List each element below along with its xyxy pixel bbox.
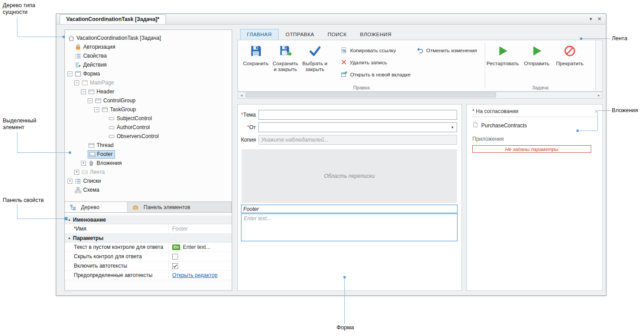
- send-button[interactable]: Отправить: [521, 42, 553, 89]
- attachment-group-title: * На согласовании: [472, 108, 518, 114]
- footer-control-selected[interactable]: Footer Enter text...: [241, 205, 458, 241]
- window-menu-icon[interactable]: ▾: [589, 17, 592, 21]
- property-group-params[interactable]: ▴ Параметры: [65, 234, 232, 243]
- group-icon: [94, 97, 102, 104]
- chevron-right-icon[interactable]: ›: [595, 108, 597, 113]
- ribbon-body: Сохранить Сохранить и закрыть Выбрать и …: [237, 40, 603, 92]
- delete-record-button[interactable]: Удалить запись: [339, 58, 389, 67]
- close-icon[interactable]: ✕: [597, 17, 602, 21]
- divider: [472, 117, 597, 117]
- property-group-naming[interactable]: ▴ Именование: [65, 215, 232, 224]
- ribbon: ГЛАВНАЯ ОТПРАВКА ПОИСК ВЛОЖЕНИЯ Сохранит…: [237, 28, 603, 99]
- tree-item-form[interactable]: − Форма: [65, 69, 232, 78]
- from-combobox[interactable]: ▾: [258, 122, 457, 132]
- open-new-tab-button[interactable]: Открыть в новой вкладке: [339, 70, 412, 80]
- collapse-icon[interactable]: −: [68, 71, 72, 76]
- save-icon: [249, 44, 263, 59]
- restart-button[interactable]: Рестартовать: [487, 42, 519, 89]
- footer-icon: [89, 151, 96, 158]
- ribbon-tab-search[interactable]: ПОИСК: [322, 29, 353, 40]
- tree-item-properties[interactable]: Свойства: [65, 51, 232, 60]
- checkbox-unchecked[interactable]: [172, 254, 178, 260]
- tree-item-actions[interactable]: Действия: [65, 60, 232, 69]
- annotation-attachments: Вложения: [612, 107, 638, 114]
- tree-item-taskgroup[interactable]: − TaskGroup: [65, 105, 232, 114]
- checkmark-icon: [308, 44, 322, 59]
- tree-item-ribbon[interactable]: + Лента: [65, 168, 232, 176]
- tree-item-attachments[interactable]: + Вложения: [65, 159, 232, 168]
- ribbon-tab-attachments[interactable]: ВЛОЖЕНИЯ: [354, 29, 398, 40]
- tree-item-observerscontrol[interactable]: ObserversControl: [65, 132, 232, 141]
- form-designer: *Тема *От ▾ Копия Область переписки Foot…: [237, 104, 462, 291]
- tree-item-authorization[interactable]: Авторизация: [65, 42, 232, 51]
- expand-icon[interactable]: +: [81, 161, 86, 166]
- ribbon-scrollbar[interactable]: ◄ ►: [237, 92, 603, 99]
- collapse-icon[interactable]: −: [74, 80, 79, 85]
- entity-tree: VacationCoordinationTask [Задача] Автори…: [65, 30, 232, 202]
- group-collapse-icon: ▴: [68, 236, 70, 240]
- annotation-entity-tree: Дерево типа сущности: [3, 2, 35, 16]
- tree-item-footer-selected[interactable]: Footer: [65, 150, 232, 159]
- scroll-right-icon[interactable]: ►: [595, 92, 602, 98]
- save-close-icon: [279, 44, 292, 59]
- annotation-properties-panel: Панель свойств: [3, 197, 44, 204]
- app-window: VacationCoordinationTask [Задача]* ▾ ✕ V…: [56, 13, 606, 296]
- tree-item-scheme[interactable]: Схема: [65, 185, 232, 194]
- annotation-selected-element: Выделенный элемент: [3, 118, 36, 131]
- open-editor-link[interactable]: Открыть редактор: [172, 272, 217, 278]
- ribbon-group-task-label: Задача: [485, 85, 596, 90]
- attachment-item[interactable]: PurchaseContracts: [472, 122, 597, 129]
- save-button[interactable]: Сохранить: [242, 42, 270, 89]
- tree-item-lists[interactable]: + Списки: [65, 176, 232, 185]
- save-and-close-button[interactable]: Сохранить и закрыть: [271, 42, 300, 89]
- play-icon: [496, 44, 509, 59]
- empty-params-warning[interactable]: Не заданы параметры: [472, 145, 591, 153]
- collapse-icon[interactable]: −: [88, 98, 93, 103]
- checkbox-checked[interactable]: [172, 263, 178, 269]
- ribbon-tab-main[interactable]: ГЛАВНАЯ: [240, 29, 279, 40]
- property-row-empty-text[interactable]: Текст в пустом контроле для ответа En En…: [65, 243, 232, 252]
- tree-item-controlgroup[interactable]: − ControlGroup: [65, 96, 232, 105]
- tree-item-header[interactable]: − Header: [65, 87, 232, 96]
- tree-item-subjectcontrol[interactable]: SubjectControl: [65, 114, 232, 123]
- copy-link-button[interactable]: Копировать ссылку: [339, 46, 398, 55]
- language-en-badge[interactable]: En: [172, 244, 180, 250]
- undo-changes-button[interactable]: Отменить изменения: [415, 46, 479, 55]
- annotation-form: Форма: [331, 324, 360, 331]
- tree-tab-icon: [69, 204, 76, 211]
- chevron-down-icon[interactable]: ▾: [449, 123, 456, 131]
- tree-item-root[interactable]: VacationCoordinationTask [Задача]: [65, 34, 232, 42]
- footer-control-title[interactable]: Footer: [241, 205, 458, 213]
- page: VacationCoordinationTask [Задача]* ▾ ✕ V…: [0, 0, 644, 336]
- actions-icon: [74, 61, 81, 68]
- control-icon: [108, 124, 115, 131]
- select-and-close-button[interactable]: Выбрать и закрыть: [301, 42, 329, 89]
- expand-icon[interactable]: +: [68, 179, 72, 184]
- ribbon-overflow-strip[interactable]: [595, 40, 602, 91]
- group-collapse-icon: ▴: [68, 218, 70, 222]
- open-new-tab-icon: [341, 71, 347, 79]
- stop-button[interactable]: Прекратить: [554, 42, 586, 89]
- tree-item-mainpage[interactable]: − MainPage: [65, 78, 232, 87]
- copy-label: Копия: [238, 135, 256, 145]
- collapse-icon[interactable]: −: [94, 107, 99, 112]
- tab-tree[interactable]: Дерево: [65, 202, 127, 212]
- property-row-hide-control[interactable]: Скрыть контрол для ответа: [65, 252, 232, 261]
- property-row-autotext[interactable]: Включить автотексты: [65, 261, 232, 271]
- ribbon-tab-send[interactable]: ОТПРАВКА: [280, 29, 321, 40]
- scroll-left-icon[interactable]: ◄: [238, 92, 245, 98]
- observers-input[interactable]: [258, 135, 457, 145]
- tab-element-panel[interactable]: Панель элементов: [127, 202, 232, 212]
- document-tab[interactable]: VacationCoordinationTask [Задача]*: [59, 14, 166, 24]
- thread-area[interactable]: Область переписки: [242, 149, 457, 203]
- property-row-predefined[interactable]: Предопределенные автотексты Открыть реда…: [65, 271, 232, 280]
- property-row-name[interactable]: *Имя Footer: [65, 224, 232, 234]
- tree-item-authorcontrol[interactable]: AuthorControl: [65, 123, 232, 132]
- expand-icon[interactable]: +: [74, 170, 79, 175]
- scrollbar-thumb[interactable]: [246, 92, 496, 97]
- footer-control-textarea[interactable]: Enter text...: [241, 214, 458, 241]
- collapse-icon[interactable]: −: [81, 89, 86, 94]
- tree-item-thread[interactable]: Thread: [65, 141, 232, 150]
- subject-input[interactable]: [258, 110, 457, 120]
- ribbon-group-edit-label: Правка: [238, 85, 485, 90]
